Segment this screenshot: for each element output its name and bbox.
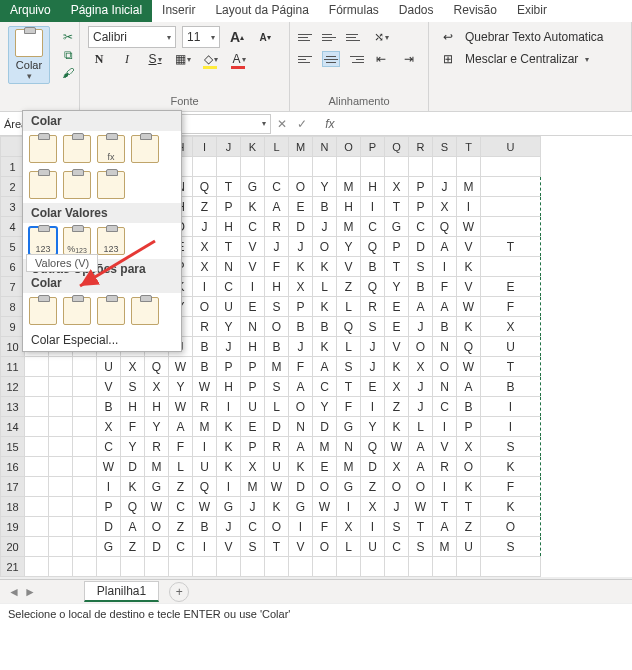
cell[interactable]: T: [481, 357, 541, 377]
cell[interactable]: [361, 557, 385, 577]
cell[interactable]: G: [97, 537, 121, 557]
paste-values-pct-icon[interactable]: %123: [63, 227, 91, 255]
cell[interactable]: K: [457, 477, 481, 497]
merge-label[interactable]: Mesclar e Centralizar: [465, 52, 578, 66]
paste-option-icon[interactable]: [131, 135, 159, 163]
align-left-icon[interactable]: [298, 51, 316, 67]
cell[interactable]: D: [313, 417, 337, 437]
cell[interactable]: O: [313, 237, 337, 257]
cell[interactable]: B: [97, 397, 121, 417]
paste-special-item[interactable]: Colar Especial...: [23, 329, 181, 351]
cell[interactable]: [25, 557, 49, 577]
cell[interactable]: Z: [337, 277, 361, 297]
cell[interactable]: P: [241, 437, 265, 457]
cell[interactable]: H: [241, 337, 265, 357]
cell[interactable]: I: [217, 477, 241, 497]
bold-button[interactable]: N: [88, 48, 110, 70]
cell[interactable]: [97, 557, 121, 577]
cell[interactable]: [193, 557, 217, 577]
cell[interactable]: [49, 417, 73, 437]
cell[interactable]: C: [361, 217, 385, 237]
paste-option-icon[interactable]: fx: [97, 135, 125, 163]
fill-color-button[interactable]: ◇▾: [200, 48, 222, 70]
cell[interactable]: R: [433, 457, 457, 477]
cell[interactable]: R: [265, 217, 289, 237]
cell[interactable]: A: [409, 437, 433, 457]
cell[interactable]: K: [217, 417, 241, 437]
cell[interactable]: D: [361, 457, 385, 477]
align-center-icon[interactable]: [322, 51, 340, 67]
cell[interactable]: D: [145, 537, 169, 557]
cell[interactable]: [265, 557, 289, 577]
cell[interactable]: J: [409, 317, 433, 337]
align-right-icon[interactable]: [346, 51, 364, 67]
cell[interactable]: [241, 557, 265, 577]
cell[interactable]: K: [457, 317, 481, 337]
cell[interactable]: [409, 157, 433, 177]
cell[interactable]: T: [265, 537, 289, 557]
row-header[interactable]: 18: [1, 497, 25, 517]
cell[interactable]: W: [409, 497, 433, 517]
cell[interactable]: I: [433, 417, 457, 437]
cell[interactable]: R: [265, 437, 289, 457]
font-name-select[interactable]: Calibri▾: [88, 26, 176, 48]
cell[interactable]: Y: [313, 177, 337, 197]
add-sheet-button[interactable]: +: [169, 582, 189, 602]
cell[interactable]: R: [193, 317, 217, 337]
cell[interactable]: I: [193, 537, 217, 557]
cell[interactable]: J: [241, 497, 265, 517]
cell[interactable]: J: [313, 217, 337, 237]
cell[interactable]: V: [337, 257, 361, 277]
cell[interactable]: R: [193, 397, 217, 417]
cell[interactable]: [49, 497, 73, 517]
cell[interactable]: B: [289, 317, 313, 337]
paste-option-icon[interactable]: [63, 135, 91, 163]
fx-icon[interactable]: fx: [325, 117, 334, 131]
cell[interactable]: K: [289, 257, 313, 277]
cell[interactable]: U: [481, 337, 541, 357]
cell[interactable]: Y: [385, 277, 409, 297]
cell[interactable]: A: [265, 197, 289, 217]
row-header[interactable]: 8: [1, 297, 25, 317]
cell[interactable]: I: [361, 517, 385, 537]
cell[interactable]: T: [217, 237, 241, 257]
cell[interactable]: X: [193, 237, 217, 257]
row-header[interactable]: 4: [1, 217, 25, 237]
indent-inc-icon[interactable]: ⇥: [398, 48, 420, 70]
col-header[interactable]: T: [457, 137, 481, 157]
merge-icon[interactable]: ⊞: [437, 48, 459, 70]
paste-other-icon[interactable]: [29, 297, 57, 325]
cell[interactable]: [385, 557, 409, 577]
cell[interactable]: [409, 557, 433, 577]
cell[interactable]: [313, 157, 337, 177]
cell[interactable]: E: [385, 317, 409, 337]
cell[interactable]: O: [385, 477, 409, 497]
cell[interactable]: D: [289, 217, 313, 237]
cell[interactable]: P: [241, 357, 265, 377]
cell[interactable]: W: [169, 397, 193, 417]
cell[interactable]: W: [313, 497, 337, 517]
cell[interactable]: A: [409, 457, 433, 477]
cell[interactable]: Q: [361, 437, 385, 457]
cell[interactable]: V: [241, 257, 265, 277]
cell[interactable]: X: [385, 177, 409, 197]
cell[interactable]: J: [289, 237, 313, 257]
cell[interactable]: E: [385, 297, 409, 317]
cell[interactable]: A: [433, 517, 457, 537]
row-header[interactable]: 6: [1, 257, 25, 277]
cell[interactable]: W: [193, 377, 217, 397]
cell[interactable]: [313, 557, 337, 577]
cell[interactable]: V: [241, 237, 265, 257]
cell[interactable]: [145, 557, 169, 577]
tab-data[interactable]: Dados: [389, 0, 444, 22]
cell[interactable]: W: [457, 297, 481, 317]
col-header[interactable]: K: [241, 137, 265, 157]
cell[interactable]: W: [385, 437, 409, 457]
cell[interactable]: X: [145, 377, 169, 397]
cell[interactable]: H: [145, 397, 169, 417]
row-header[interactable]: 21: [1, 557, 25, 577]
confirm-icon[interactable]: ✓: [297, 117, 307, 131]
sheet-tab[interactable]: Planilha1: [84, 581, 159, 602]
cell[interactable]: R: [361, 297, 385, 317]
cell[interactable]: [25, 517, 49, 537]
